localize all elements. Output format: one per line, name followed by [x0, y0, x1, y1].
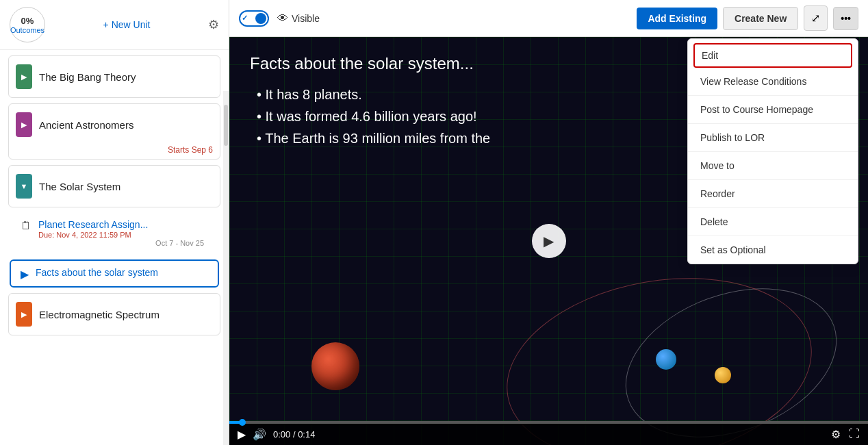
- outcomes-label: Outcomes: [10, 26, 44, 34]
- video-text-overlay: Facts about the solar system... • It has…: [250, 51, 490, 149]
- planet-research-dates: Oct 7 - Nov 25: [38, 239, 211, 251]
- visibility-toggle[interactable]: ✓: [239, 10, 269, 27]
- sidebar: 0% Outcomes + New Unit ⚙ ▶ The Big Bang …: [0, 0, 229, 445]
- unit-title-big-bang: The Big Bang Theory: [39, 71, 136, 83]
- unit-arrow-ancient: ▶: [16, 112, 32, 137]
- unit-item-electromagnetic[interactable]: ▶ Electromagnetic Spectrum: [8, 293, 220, 335]
- dropdown-item-post-homepage[interactable]: Post to Course Homepage: [688, 96, 858, 124]
- visible-label: Visible: [292, 13, 320, 24]
- play-pause-button[interactable]: ▶: [238, 428, 246, 441]
- dropdown-item-edit[interactable]: Edit: [693, 43, 852, 68]
- planet-research-due: Due: Nov 4, 2022 11:59 PM: [38, 231, 211, 239]
- planet-blue: [656, 349, 676, 370]
- outcomes-percent: 0%: [21, 16, 34, 26]
- unit-arrow-electromagnetic: ▶: [16, 302, 32, 327]
- settings-button[interactable]: ⚙: [208, 17, 219, 32]
- planet-yellow: [715, 367, 731, 383]
- toggle-knob: [255, 13, 266, 24]
- video-headline: Facts about the solar system...: [250, 51, 490, 77]
- unit-item-ancient-astronomers[interactable]: ▶ Ancient Astronomers Starts Sep 6: [8, 103, 220, 160]
- create-new-button[interactable]: Create New: [723, 7, 798, 30]
- scrollbar-thumb[interactable]: [224, 105, 228, 146]
- more-options-button[interactable]: •••: [833, 7, 858, 30]
- video-bullet-2: • It was formed 4.6 billion years ago!: [257, 105, 490, 127]
- settings-video-button[interactable]: ⚙: [831, 428, 841, 441]
- planet-red: [311, 342, 359, 390]
- video-icon: ▶: [21, 268, 29, 281]
- add-existing-button[interactable]: Add Existing: [637, 8, 717, 29]
- scrollbar-track[interactable]: [223, 91, 229, 445]
- dropdown-item-view-release[interactable]: View Release Conditions: [688, 68, 858, 96]
- progress-bar-container[interactable]: [229, 421, 868, 424]
- toggle-check-icon: ✓: [242, 14, 248, 23]
- progress-bar-fill: [229, 421, 242, 424]
- play-button[interactable]: ▶: [532, 224, 566, 258]
- dropdown-item-reorder[interactable]: Reorder: [688, 180, 858, 208]
- fullscreen-button[interactable]: ⤢: [804, 5, 828, 31]
- sub-item-facts-content: Facts about the solar system: [36, 266, 211, 279]
- dropdown-item-publish-lor[interactable]: Publish to LOR: [688, 124, 858, 152]
- document-icon: 🗒: [21, 220, 31, 232]
- facts-video-title: Facts about the solar system: [36, 266, 211, 279]
- toolbar-left: ✓ 👁 Visible: [239, 10, 320, 27]
- sub-item-planet-content: Planet Research Assign... Due: Nov 4, 20…: [38, 218, 211, 251]
- new-unit-button[interactable]: + New Unit: [103, 19, 151, 30]
- progress-dot: [239, 419, 246, 426]
- sidebar-list: ▶ The Big Bang Theory ▶ Ancient Astronom…: [0, 50, 229, 346]
- unit-arrow-big-bang: ▶: [16, 64, 32, 89]
- unit-arrow-solar: ▼: [16, 174, 32, 199]
- visible-label-container: 👁 Visible: [277, 12, 320, 25]
- dropdown-item-move-to[interactable]: Move to: [688, 152, 858, 180]
- unit-title-solar: The Solar System: [39, 181, 120, 192]
- video-controls: ▶ 🔊 0:00 / 0:14 ⚙ ⛶: [229, 424, 868, 445]
- unit-item-solar-system[interactable]: ▼ The Solar System: [8, 165, 220, 207]
- outcomes-button[interactable]: 0% Outcomes: [10, 7, 45, 42]
- dropdown-item-delete[interactable]: Delete: [688, 208, 858, 236]
- video-bullet-1: • It has 8 planets.: [257, 84, 490, 105]
- toolbar: ✓ 👁 Visible Add Existing Create New ⤢ ••…: [229, 0, 868, 37]
- unit-item-big-bang[interactable]: ▶ The Big Bang Theory: [8, 55, 220, 98]
- sub-item-facts-video[interactable]: ▶ Facts about the solar system: [10, 259, 219, 288]
- planet-research-title: Planet Research Assign...: [38, 218, 211, 231]
- time-display: 0:00 / 0:14: [273, 429, 315, 440]
- controls-right: ⚙ ⛶: [831, 428, 860, 441]
- sidebar-header: 0% Outcomes + New Unit ⚙: [0, 0, 229, 50]
- unit-subtitle-ancient: Starts Sep 6: [9, 145, 220, 159]
- video-bullet-3: • The Earth is 93 million miles from the: [257, 127, 490, 149]
- dropdown-item-set-optional[interactable]: Set as Optional: [688, 236, 858, 264]
- main-content: ✓ 👁 Visible Add Existing Create New ⤢ ••…: [229, 0, 868, 445]
- fullscreen-video-button[interactable]: ⛶: [849, 428, 860, 441]
- fullscreen-icon: ⤢: [811, 12, 820, 24]
- unit-title-electromagnetic: Electromagnetic Spectrum: [39, 309, 159, 320]
- new-unit-label: + New Unit: [103, 19, 151, 30]
- more-icon: •••: [841, 13, 851, 24]
- dropdown-menu: Edit View Release Conditions Post to Cou…: [687, 38, 858, 264]
- sub-item-planet-research[interactable]: 🗒 Planet Research Assign... Due: Nov 4, …: [11, 213, 218, 257]
- eye-icon: 👁: [277, 12, 288, 25]
- toolbar-right: Add Existing Create New ⤢ •••: [637, 5, 858, 31]
- toggle-switch[interactable]: ✓: [239, 10, 269, 27]
- volume-button[interactable]: 🔊: [253, 428, 266, 441]
- unit-title-ancient: Ancient Astronomers: [39, 119, 133, 131]
